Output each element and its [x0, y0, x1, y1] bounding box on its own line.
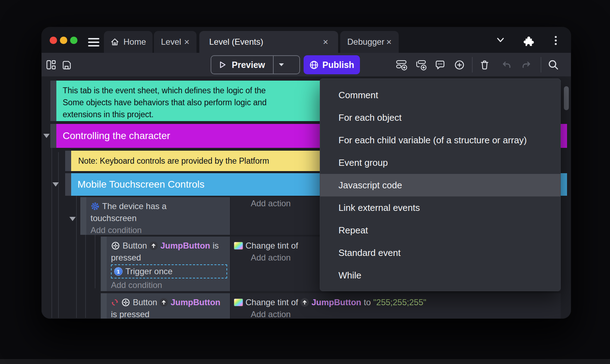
add-comment-button[interactable] [435, 59, 446, 70]
event-margin[interactable] [101, 237, 107, 291]
comment-line: Note: Keyboard controls are provided by … [78, 156, 269, 166]
object-name: JumpButton [160, 241, 210, 251]
condition-text: Trigger once [125, 266, 173, 276]
indent-guide [51, 139, 52, 318]
event-margin[interactable] [65, 151, 71, 171]
tint-swatch-icon [234, 299, 243, 306]
condition-text: is pressed [111, 309, 149, 319]
add-condition-link[interactable]: Add condition [111, 279, 226, 291]
tab-home-label: Home [123, 37, 146, 47]
jump-button-object-icon [300, 298, 309, 307]
redo-icon [521, 59, 532, 70]
publish-label: Publish [322, 60, 354, 70]
undo-icon [501, 59, 512, 70]
traffic-close-button[interactable] [50, 37, 57, 44]
close-icon[interactable]: × [386, 37, 392, 46]
more-options-button[interactable] [553, 35, 559, 46]
jump-button-object-icon [149, 241, 158, 250]
add-sub-event-icon [415, 59, 427, 70]
hamburger-icon [88, 38, 99, 39]
menu-item-comment[interactable]: Comment [320, 84, 560, 106]
collapse-tabs-button[interactable] [495, 36, 506, 44]
save-button[interactable] [61, 59, 72, 70]
tab-level-events[interactable]: Level (Events) × [199, 31, 338, 53]
toolbar-divider [472, 57, 473, 73]
system-gear-icon [91, 202, 100, 211]
addons-button[interactable] [522, 34, 535, 47]
tab-level-events-label: Level (Events) [209, 37, 263, 47]
indent-guide [76, 178, 77, 318]
play-icon [218, 60, 227, 69]
collapse-toggle-icon[interactable] [52, 182, 59, 187]
search-icon [548, 59, 559, 70]
preview-label: Preview [232, 60, 265, 70]
kebab-menu-icon [553, 35, 559, 46]
menu-item-javascript-code[interactable]: Javascript code [320, 174, 560, 196]
collapse-toggle-icon[interactable] [69, 217, 76, 221]
touch-icon [121, 298, 130, 307]
tint-swatch-icon [234, 242, 243, 250]
action-value: "255;255;255" [373, 297, 427, 307]
undo-button[interactable] [501, 59, 512, 70]
redo-button[interactable] [521, 59, 532, 70]
condition-text: Button [123, 241, 147, 251]
sheet-scrollbar-thumb[interactable] [564, 86, 569, 110]
toolbar-divider [541, 57, 541, 73]
traffic-zoom-button[interactable] [70, 37, 77, 44]
close-icon[interactable]: × [323, 37, 328, 46]
trash-icon [479, 59, 490, 70]
object-name: JumpButton [170, 297, 220, 307]
preview-button[interactable]: Preview [211, 55, 300, 74]
main-menu-button[interactable] [88, 38, 99, 47]
object-name: JumpButton [311, 297, 361, 307]
search-button[interactable] [548, 59, 559, 70]
menu-item-for-each-object[interactable]: For each object [320, 106, 560, 129]
add-button[interactable] [454, 59, 465, 70]
add-event-context-menu: Comment For each object For each child v… [320, 79, 561, 291]
trigger-once-icon: 1 [114, 267, 123, 276]
event-margin[interactable] [50, 81, 56, 121]
add-event-button[interactable] [396, 59, 407, 70]
event-actions-jump-not-pressed[interactable]: Change tint of JumpButton to "255;255;25… [230, 293, 561, 319]
delete-button[interactable] [479, 59, 490, 70]
tab-level[interactable]: Level × [154, 31, 197, 53]
layout-view-button[interactable] [46, 59, 56, 70]
layout-icon [46, 59, 56, 70]
condition-text: is [213, 241, 219, 251]
event-margin[interactable] [101, 293, 107, 319]
event-margin[interactable] [65, 173, 71, 196]
event-conditions-jump-pressed[interactable]: Button JumpButton is pressed 1 Trigger o… [107, 237, 230, 291]
collapse-toggle-icon[interactable] [43, 134, 50, 138]
jump-button-object-icon [160, 298, 168, 307]
add-event-icon [396, 59, 407, 70]
traffic-minimize-button[interactable] [60, 37, 67, 44]
condition-text: Button [133, 297, 157, 307]
add-condition-link[interactable]: Add condition [91, 224, 226, 236]
globe-icon [309, 60, 319, 70]
menu-item-event-group[interactable]: Event group [320, 151, 560, 174]
menu-item-standard-event[interactable]: Standard event [320, 241, 560, 264]
menu-item-while[interactable]: While [320, 264, 560, 287]
menu-item-link-external-events[interactable]: Link external events [320, 196, 560, 219]
publish-button[interactable]: Publish [304, 55, 360, 74]
event-conditions-touchscreen[interactable]: The device has a touchscreen Add conditi… [86, 197, 230, 235]
comment-bubble-icon [435, 59, 446, 70]
event-margin[interactable] [80, 197, 86, 235]
tab-home[interactable]: Home [104, 31, 152, 53]
menu-item-for-each-child-variable[interactable]: For each child variable (of a structure … [320, 129, 560, 151]
condition-text: touchscreen [91, 213, 137, 223]
tab-debugger[interactable]: Debugger × [340, 31, 399, 53]
condition-text: pressed [111, 253, 141, 263]
tab-debugger-label: Debugger [347, 37, 384, 47]
menu-item-repeat[interactable]: Repeat [320, 219, 560, 241]
plus-circle-icon [454, 59, 465, 70]
preview-dropdown-button[interactable] [278, 62, 285, 67]
condition-trigger-once-selected[interactable]: 1 Trigger once [111, 264, 227, 278]
add-sub-event-button[interactable] [415, 59, 427, 70]
event-margin[interactable] [50, 124, 56, 148]
hamburger-icon [88, 42, 99, 43]
close-icon[interactable]: × [184, 37, 189, 46]
condition-text: The device has a [102, 201, 167, 211]
add-action-link[interactable]: Add action [251, 308, 561, 319]
event-conditions-jump-not-pressed[interactable]: Button JumpButton is pressed [107, 293, 230, 319]
